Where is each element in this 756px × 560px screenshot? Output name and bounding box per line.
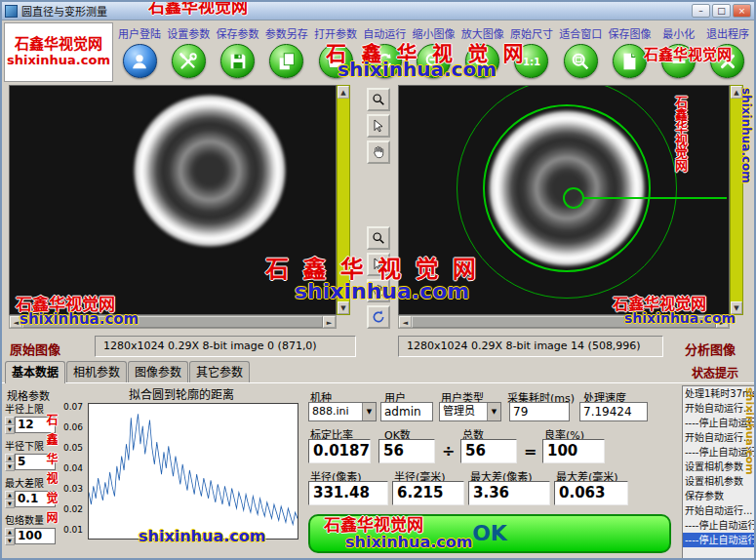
y-tick-label: 0.01: [63, 525, 83, 535]
minimize-window-button[interactable]: –: [692, 4, 710, 18]
status-line[interactable]: 处理1耗时37ms: [683, 386, 755, 401]
chevron-down-icon[interactable]: ▼: [362, 403, 376, 420]
scroll-left-icon[interactable]: ◄: [10, 316, 22, 328]
machine-select[interactable]: 888.ini ▼: [308, 402, 377, 421]
status-line[interactable]: ----停止自动运行: [683, 445, 755, 460]
spec-param: 最大差限▲▼0.1: [5, 475, 59, 507]
save-button[interactable]: [220, 44, 255, 78]
zoom-in-button[interactable]: [465, 44, 499, 78]
status-line[interactable]: 保存参数: [683, 489, 755, 503]
right-vertical-scrollbar[interactable]: ▲ ▼: [730, 85, 743, 315]
tools-button[interactable]: [172, 44, 206, 78]
spec-param-label: 半径上限: [5, 401, 59, 416]
status-line[interactable]: 开始自动运行...: [683, 401, 755, 416]
doc-button[interactable]: [613, 44, 647, 78]
spin-down-icon[interactable]: ▼: [5, 537, 15, 545]
left-viewer-tool-palette: [367, 88, 392, 164]
toolbar-button-label: 参数另存: [265, 25, 308, 41]
tab-image-params[interactable]: 图像参数: [128, 361, 188, 382]
minus-button[interactable]: [661, 44, 696, 78]
toolbar-button-label: 缩小图像: [413, 25, 456, 41]
toolbar-button-label: 打开参数: [314, 25, 357, 41]
scrollbar-thumb[interactable]: [412, 316, 716, 328]
spin-up-icon[interactable]: ▲: [5, 491, 15, 500]
spec-param-field[interactable]: 5: [15, 454, 56, 470]
scrollbar-thumb[interactable]: [22, 316, 323, 328]
usertype-select[interactable]: 管理员 ▼: [439, 402, 501, 421]
spec-param-field[interactable]: 100: [15, 528, 56, 544]
chevron-down-icon[interactable]: ▼: [487, 403, 500, 420]
maximize-window-button[interactable]: □: [712, 4, 731, 18]
status-line[interactable]: 设置相机参数: [683, 474, 755, 489]
right-image-canvas[interactable]: [398, 85, 730, 315]
pan-tool-button[interactable]: [367, 140, 390, 164]
status-line[interactable]: ----停止自动运行: [683, 518, 755, 533]
spin-up-icon[interactable]: ▲: [5, 528, 15, 537]
right-viewer-tool-palette: [367, 226, 392, 329]
scroll-up-icon[interactable]: ▲: [731, 86, 742, 99]
user-field[interactable]: admin: [380, 402, 433, 421]
fit-button[interactable]: [564, 44, 598, 78]
refresh-tool-button[interactable]: [367, 305, 390, 329]
spin-down-icon[interactable]: ▼: [5, 462, 15, 471]
right-horizontal-scrollbar[interactable]: ◄ ►: [398, 315, 730, 329]
radius-px-value: 331.48: [308, 481, 388, 505]
maxdiff-mm-value: 0.063: [554, 481, 628, 505]
svg-text:1:1: 1:1: [523, 56, 540, 66]
chart-yticks: 0.070.060.050.040.030.020.01: [59, 403, 85, 540]
status-line[interactable]: ----停止自动运行: [683, 416, 755, 430]
y-tick-label: 0.06: [63, 422, 83, 432]
toolbar-button-label: 适合窗口: [559, 25, 602, 41]
status-line[interactable]: ----停止自动运行: [683, 533, 755, 547]
toolbar-cell: 退出程序: [703, 20, 752, 85]
spin-up-icon[interactable]: ▲: [5, 417, 15, 425]
zoom-in-icon: [472, 51, 494, 72]
left-vertical-scrollbar[interactable]: ▲ ▼: [337, 85, 350, 315]
status-line[interactable]: 开始自动运行...: [683, 430, 755, 445]
spin-up-icon[interactable]: ▲: [5, 454, 15, 462]
machine-value: 888.ini: [309, 403, 362, 420]
close-window-button[interactable]: ×: [733, 4, 751, 18]
window-title: 圆直径与变形测量: [21, 3, 688, 19]
y-tick-label: 0.05: [63, 443, 83, 453]
tab-camera-params[interactable]: 相机参数: [66, 361, 127, 382]
basic-data-panel: 规格参数 半径上限▲▼12半径下限▲▼5最大差限▲▼0.1包络数量▲▼100 拟…: [2, 382, 756, 560]
spec-param-field[interactable]: 0.1: [15, 491, 56, 507]
result-indicator: OK: [308, 514, 671, 553]
scroll-down-icon[interactable]: ▼: [338, 301, 349, 314]
status-line[interactable]: 设置相机参数: [683, 460, 755, 474]
zoom-out-button[interactable]: [417, 44, 451, 78]
open-button[interactable]: [319, 44, 353, 78]
zoom-tool-button[interactable]: [367, 88, 390, 111]
scroll-down-icon[interactable]: ▼: [731, 301, 742, 314]
spin-down-icon[interactable]: ▼: [5, 425, 15, 434]
scroll-right-icon[interactable]: ►: [716, 316, 729, 328]
tab-basic-data[interactable]: 基本数据: [5, 361, 65, 383]
scroll-up-icon[interactable]: ▲: [338, 86, 349, 99]
left-horizontal-scrollbar[interactable]: ◄ ►: [9, 315, 337, 329]
pan-tool-button[interactable]: [367, 279, 390, 302]
copy-button[interactable]: [269, 44, 303, 78]
spec-param: 半径上限▲▼12: [5, 401, 59, 433]
left-image-canvas[interactable]: [9, 85, 337, 315]
zoom-tool-button[interactable]: [367, 226, 390, 250]
one-one-button[interactable]: 1:1: [514, 44, 548, 78]
status-line[interactable]: 开始自动运行...: [683, 503, 755, 518]
scroll-left-icon[interactable]: ◄: [399, 316, 412, 328]
toolbar-button-label: 自动运行: [363, 25, 406, 41]
close-button[interactable]: [710, 44, 744, 78]
window-controls: – □ ×: [692, 4, 751, 18]
right-viewer-label: 分析图像: [685, 340, 736, 358]
cursor-tool-button[interactable]: [367, 114, 390, 138]
y-tick-label: 0.07: [63, 402, 83, 412]
chart-line: [89, 414, 298, 524]
scroll-right-icon[interactable]: ►: [323, 316, 336, 328]
auto-button[interactable]: [368, 44, 402, 78]
app-window: 圆直径与变形测量 – □ × 石鑫华视觉网 shixinhua.com 用户登陆…: [0, 0, 756, 560]
cursor-tool-button[interactable]: [367, 253, 390, 276]
spin-down-icon[interactable]: ▼: [5, 500, 15, 508]
spec-param-field[interactable]: 12: [15, 417, 56, 433]
tab-other-params[interactable]: 其它参数: [189, 361, 250, 382]
user-button[interactable]: [123, 44, 157, 78]
radius-mm-value: 6.215: [392, 481, 464, 505]
